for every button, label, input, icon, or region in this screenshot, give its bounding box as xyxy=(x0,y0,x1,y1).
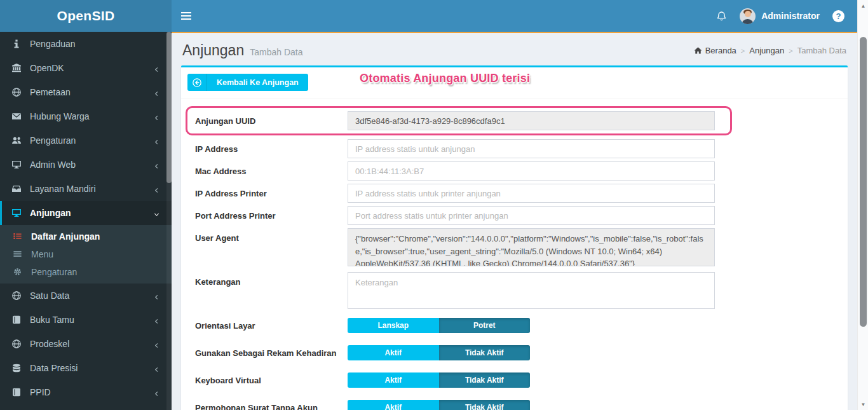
user-menu[interactable]: Administrator xyxy=(740,8,820,24)
field-keyboard-virtual: AktifTidak Aktif xyxy=(348,369,715,391)
sidebar-item-label: Data Presisi xyxy=(30,363,153,373)
sidebar-item-admin-web[interactable]: Admin Web xyxy=(0,153,172,177)
ip-address-printer-input[interactable] xyxy=(348,184,715,203)
field-anjungan-uuid xyxy=(348,111,715,130)
sidebar-item-label: Satu Data xyxy=(30,290,153,301)
page-scrollbar-thumb[interactable] xyxy=(860,37,867,327)
envelope-icon xyxy=(11,111,24,121)
breadcrumb-separator: > xyxy=(789,47,792,55)
field-label-orientasi-layar: Orientasi Layar xyxy=(187,321,348,331)
chevron-left-icon xyxy=(153,137,160,144)
notifications-bell-icon[interactable] xyxy=(716,11,727,22)
port-address-printer-input[interactable] xyxy=(348,206,715,225)
sidebar-subitem-daftar-anjungan[interactable]: Daftar Anjungan xyxy=(0,228,172,245)
sidebar-item-label: Admin Web xyxy=(30,160,153,170)
field-label-ip-address: IP Address xyxy=(187,144,348,154)
annotation-text: Otomatis Anjungan UUID terisi xyxy=(360,72,530,85)
breadcrumb-label: Beranda xyxy=(705,46,736,55)
sidebar-toggle-button[interactable] xyxy=(172,0,201,32)
book-icon xyxy=(11,315,24,325)
field-mac-address xyxy=(348,161,715,181)
form-row-port-address-printer: Port Address Printer xyxy=(187,206,841,225)
form-row-ip-address-printer: IP Address Printer xyxy=(187,184,841,203)
globe-icon xyxy=(11,87,24,97)
keterangan-textarea[interactable] xyxy=(348,272,715,309)
permohonan-surat-tanpa-akun-option-aktif[interactable]: Aktif xyxy=(348,400,439,410)
form-row-ip-address: IP Address xyxy=(187,139,841,158)
sidebar-item-buku-tamu[interactable]: Buku Tamu xyxy=(0,308,172,332)
content-area: Anjungan Tambah Data Beranda>Anjungan>Ta… xyxy=(172,32,857,410)
chevron-left-icon xyxy=(153,292,160,299)
sidebar-scrollbar-thumb[interactable] xyxy=(166,32,172,183)
orientasi-layar-toggle: LanskapPotret xyxy=(348,318,530,333)
sidebar-item-label: Pengaduan xyxy=(30,39,163,49)
user-agent-textarea[interactable] xyxy=(348,228,715,266)
mac-address-input[interactable] xyxy=(348,161,715,181)
sidebar-item-opendk[interactable]: OpenDK xyxy=(0,56,172,80)
sidebar-item-label: Layanan Mandiri xyxy=(30,184,153,194)
sidebar-submenu: Daftar AnjunganMenuPengaturan xyxy=(0,225,172,284)
chevron-left-icon xyxy=(153,186,160,193)
back-button-label: Kembali Ke Anjungan xyxy=(207,78,308,87)
database-icon xyxy=(11,363,24,373)
sidebar-item-data-presisi[interactable]: Data Presisi xyxy=(0,356,172,380)
sidebar-subitem-pengaturan[interactable]: Pengaturan xyxy=(0,263,172,281)
gunakan-sebagai-rekam-kehadiran-option-aktif[interactable]: Aktif xyxy=(348,345,439,360)
sidebar-item-pengaturan[interactable]: Pengaturan xyxy=(0,128,172,153)
ip-address-input[interactable] xyxy=(348,139,715,158)
orientasi-layar-option-lanskap[interactable]: Lanskap xyxy=(348,318,439,333)
sidebar-scrollbar[interactable] xyxy=(166,32,172,410)
uuid-highlight-annotation: Anjungan UUID xyxy=(186,106,732,135)
chevron-left-icon xyxy=(153,389,160,396)
field-permohonan-surat-tanpa-akun: AktifTidak Aktif xyxy=(348,397,715,410)
scroll-up-arrow[interactable]: ▲ xyxy=(858,1,868,11)
sidebar-item-pemetaan[interactable]: Pemetaan xyxy=(0,80,172,104)
sidebar-item-pengaduan[interactable]: Pengaduan xyxy=(0,32,172,56)
chevron-left-icon xyxy=(153,317,160,324)
breadcrumb-label: Tambah Data xyxy=(797,46,846,55)
chevron-left-icon xyxy=(153,65,160,72)
form-row-gunakan-sebagai-rekam-kehadiran: Gunakan Sebagai Rekam KehadiranAktifTida… xyxy=(187,342,841,364)
desktop-icon xyxy=(11,160,24,170)
form-row-mac-address: Mac Address xyxy=(187,161,841,181)
field-ip-address-printer xyxy=(348,184,715,203)
breadcrumb-label: Anjungan xyxy=(749,46,784,55)
form-row-permohonan-surat-tanpa-akun: Permohonan Surat Tanpa AkunAktifTidak Ak… xyxy=(187,397,841,410)
anjungan-uuid-input[interactable] xyxy=(348,111,715,130)
breadcrumb-anjungan[interactable]: Anjungan xyxy=(749,46,784,55)
field-label-anjungan-uuid: Anjungan UUID xyxy=(187,116,348,126)
help-icon[interactable]: ? xyxy=(832,10,844,22)
home-icon xyxy=(694,46,702,55)
sidebar-menu: PengaduanOpenDKPemetaanHubung WargaPenga… xyxy=(0,32,172,404)
sidebar-subitem-label: Daftar Anjungan xyxy=(31,231,163,242)
sidebar-subitem-menu[interactable]: Menu xyxy=(0,245,172,263)
field-label-permohonan-surat-tanpa-akun: Permohonan Surat Tanpa Akun xyxy=(187,403,348,410)
sidebar-item-layanan-mandiri[interactable]: Layanan Mandiri xyxy=(0,177,172,201)
permohonan-surat-tanpa-akun-option-tidak-aktif[interactable]: Tidak Aktif xyxy=(439,400,531,410)
chevron-left-icon xyxy=(153,89,160,96)
field-label-keterangan: Keterangan xyxy=(187,272,348,287)
field-label-ip-address-printer: IP Address Printer xyxy=(187,189,348,198)
form-row-orientasi-layar: Orientasi LayarLanskapPotret xyxy=(187,315,841,336)
sidebar-item-hubung-warga[interactable]: Hubung Warga xyxy=(0,104,172,128)
page-scrollbar[interactable]: ▲ ▼ xyxy=(857,0,868,410)
orientasi-layar-option-potret[interactable]: Potret xyxy=(439,318,531,333)
field-gunakan-sebagai-rekam-kehadiran: AktifTidak Aktif xyxy=(348,342,715,364)
scroll-down-arrow[interactable]: ▼ xyxy=(858,399,868,409)
field-label-gunakan-sebagai-rekam-kehadiran: Gunakan Sebagai Rekam Kehadiran xyxy=(187,348,348,358)
gunakan-sebagai-rekam-kehadiran-toggle: AktifTidak Aktif xyxy=(348,345,530,360)
chevron-down-icon xyxy=(153,210,160,217)
sidebar-item-ppid[interactable]: PPID xyxy=(0,380,172,404)
field-label-keyboard-virtual: Keyboard Virtual xyxy=(187,376,348,385)
gunakan-sebagai-rekam-kehadiran-option-tidak-aktif[interactable]: Tidak Aktif xyxy=(439,345,531,360)
chevron-left-icon xyxy=(153,161,160,168)
sidebar-item-prodeskel[interactable]: Prodeskel xyxy=(0,332,172,356)
breadcrumb-beranda[interactable]: Beranda xyxy=(694,46,736,55)
sidebar-item-anjungan[interactable]: Anjungan xyxy=(0,201,172,225)
sidebar-item-label: Buku Tamu xyxy=(30,315,153,325)
keyboard-virtual-option-tidak-aktif[interactable]: Tidak Aktif xyxy=(439,372,531,388)
page-subtitle: Tambah Data xyxy=(250,47,302,57)
keyboard-virtual-option-aktif[interactable]: Aktif xyxy=(348,372,439,388)
sidebar-item-satu-data[interactable]: Satu Data xyxy=(0,284,172,308)
back-to-anjungan-button[interactable]: Kembali Ke Anjungan xyxy=(187,74,308,91)
